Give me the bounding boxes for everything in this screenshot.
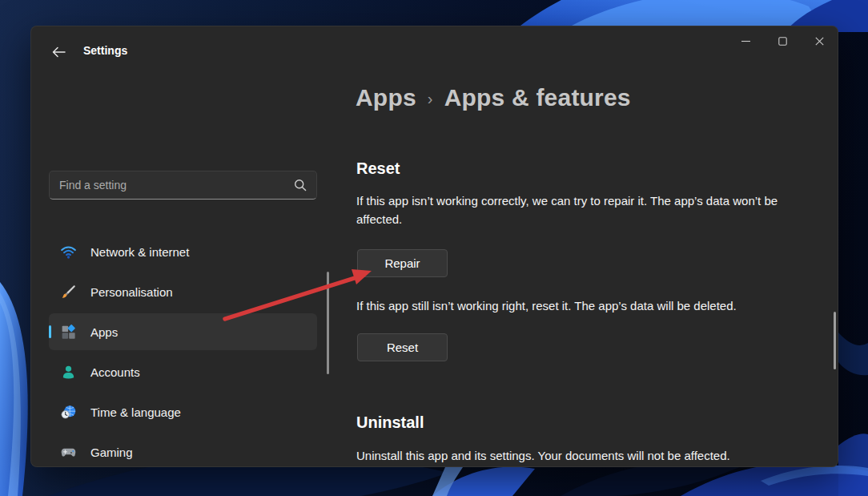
gamepad-icon <box>60 444 77 461</box>
sidebar-scrollbar[interactable] <box>327 272 329 374</box>
repair-button[interactable]: Repair <box>357 249 448 277</box>
maximize-icon <box>778 37 787 46</box>
breadcrumb-current: Apps & features <box>444 84 631 111</box>
apps-icon <box>60 324 77 341</box>
selected-accent-bar <box>49 325 51 338</box>
clock-globe-icon <box>60 404 77 421</box>
reset-description: If this app still isn’t working right, r… <box>356 296 837 315</box>
sidebar-item-accounts[interactable]: Accounts <box>49 353 317 390</box>
close-button[interactable] <box>801 26 838 55</box>
sidebar-item-label: Gaming <box>90 446 133 459</box>
minimize-button[interactable] <box>727 26 764 55</box>
sidebar-item-label: Apps <box>90 325 118 339</box>
reset-button[interactable]: Reset <box>357 333 448 361</box>
window-controls <box>727 26 838 55</box>
sidebar-item-apps[interactable]: Apps <box>49 313 317 350</box>
sidebar-item-label: Accounts <box>90 365 140 379</box>
sidebar-item-gaming[interactable]: Gaming <box>49 433 317 470</box>
sidebar-item-label: Personalisation <box>90 285 173 299</box>
chevron-right-icon: › <box>428 90 433 108</box>
search-input[interactable] <box>59 179 294 192</box>
content-scrollbar[interactable] <box>834 312 836 369</box>
breadcrumb-parent[interactable]: Apps <box>356 84 416 111</box>
reset-section-heading: Reset <box>356 159 400 178</box>
back-arrow-icon <box>52 46 66 58</box>
close-icon <box>815 37 824 46</box>
sidebar-item-label: Time & language <box>90 405 181 419</box>
repair-description: If this app isn’t working correctly, we … <box>356 192 822 228</box>
sidebar-item-personalisation[interactable]: Personalisation <box>49 273 317 310</box>
wifi-icon <box>60 244 77 260</box>
maximize-button[interactable] <box>764 26 801 55</box>
person-icon <box>60 364 77 381</box>
search-icon[interactable] <box>294 179 307 192</box>
sidebar-nav: Network & internet Personalisation <box>49 233 317 474</box>
uninstall-section-heading: Uninstall <box>356 413 424 432</box>
sidebar-item-network-internet[interactable]: Network & internet <box>49 233 317 270</box>
minimize-icon <box>741 37 750 46</box>
breadcrumb: Apps › Apps & features <box>356 84 631 111</box>
sidebar-item-label: Network & internet <box>90 245 189 259</box>
sidebar-item-time-language[interactable]: Time & language <box>49 393 317 430</box>
titlebar: Settings <box>31 26 838 58</box>
back-button[interactable] <box>47 41 70 63</box>
settings-window: Settings <box>30 26 838 467</box>
search-box[interactable] <box>49 171 317 200</box>
window-title: Settings <box>83 44 127 57</box>
uninstall-description: Uninstall this app and its settings. You… <box>356 446 837 465</box>
paintbrush-icon <box>60 284 77 300</box>
